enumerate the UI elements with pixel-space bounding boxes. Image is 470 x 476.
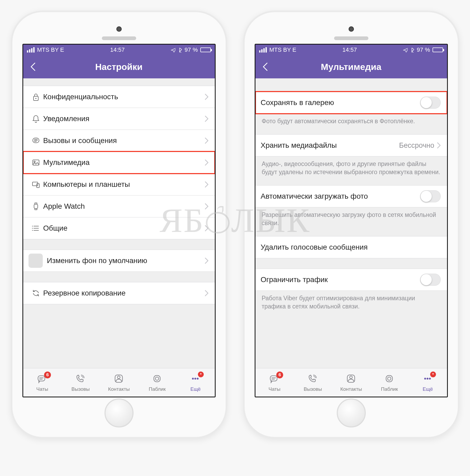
row-privacy[interactable]: Конфиденциальность	[23, 86, 215, 108]
chevron-icon	[205, 116, 208, 122]
note-keep-media: Аудио-, видеосообщения, фото и другие пр…	[255, 156, 447, 177]
back-button[interactable]	[28, 61, 39, 72]
tab-bar: 6 Чаты Вызовы Контакты Паблик	[23, 368, 215, 397]
chats-badge: 6	[276, 372, 283, 378]
tab-bar: 6 Чаты Вызовы Контакты Паблик	[255, 368, 447, 397]
chevron-icon	[205, 225, 208, 231]
chevron-icon	[205, 159, 208, 166]
phone-icon	[76, 373, 85, 385]
tab-more[interactable]: * Ещё	[409, 368, 447, 397]
tab-public[interactable]: Паблик	[138, 368, 176, 397]
row-computers-tablets[interactable]: Компьютеры и планшеты	[23, 173, 215, 196]
back-icon	[30, 62, 37, 72]
chevron-icon	[205, 258, 208, 264]
battery-icon	[200, 47, 211, 52]
chevron-icon	[205, 181, 208, 188]
note-limit-traffic: Работа Viber будет оптимизирована для ми…	[255, 291, 447, 312]
home-button[interactable]	[337, 398, 366, 427]
status-bar: MTS BY E 14:57 97 %	[23, 45, 215, 55]
list-icon	[29, 224, 43, 232]
wallpaper-thumb	[29, 254, 43, 268]
row-apple-watch[interactable]: Apple Watch	[23, 195, 215, 217]
row-auto-download[interactable]: Автоматически загружать фото	[255, 185, 447, 207]
row-delete-voice[interactable]: Удалить голосовые сообщения	[255, 236, 447, 258]
note-auto-download: Разрешить автоматическую загрузку фото в…	[255, 207, 447, 228]
message-icon	[29, 136, 43, 145]
row-multimedia[interactable]: Мультимедиа	[23, 151, 215, 174]
battery-icon	[433, 47, 443, 52]
tab-calls[interactable]: Вызовы	[294, 368, 332, 397]
row-limit-traffic[interactable]: Ограничить трафик	[255, 269, 447, 291]
tab-chats[interactable]: 6 Чаты	[23, 368, 61, 397]
toggle-save-gallery[interactable]	[420, 97, 441, 109]
location-icon	[171, 47, 175, 52]
more-badge: *	[430, 372, 436, 377]
tab-contacts[interactable]: Контакты	[332, 368, 370, 397]
refresh-icon	[29, 289, 43, 297]
clock: 14:57	[343, 46, 357, 53]
location-icon	[403, 47, 408, 52]
note-save-gallery: Фото будут автоматически сохраняться в Ф…	[255, 113, 447, 126]
home-button[interactable]	[105, 398, 134, 427]
clock: 14:57	[110, 46, 125, 53]
row-backup[interactable]: Резервное копирование	[23, 282, 215, 304]
chats-badge: 6	[44, 372, 51, 378]
tab-chats[interactable]: 6 Чаты	[255, 368, 294, 397]
page-title: Настройки	[23, 62, 215, 72]
toggle-limit-traffic[interactable]	[420, 274, 441, 286]
row-change-wallpaper[interactable]: Изменить фон по умолчанию	[23, 250, 215, 272]
lock-icon	[29, 93, 43, 101]
more-icon: *	[191, 373, 200, 385]
toggle-auto-download[interactable]	[420, 190, 441, 202]
more-icon: *	[423, 373, 432, 385]
more-badge: *	[198, 372, 204, 377]
chevron-icon	[205, 203, 208, 210]
signal-icon	[259, 47, 267, 53]
tab-public[interactable]: Паблик	[370, 368, 409, 397]
phone-right: MTS BY E 14:57 97 % Мультимедиа	[243, 11, 459, 439]
tab-contacts[interactable]: Контакты	[100, 368, 138, 397]
row-notifications[interactable]: Уведомления	[23, 108, 215, 130]
chat-icon: 6	[269, 373, 279, 385]
chevron-icon	[205, 137, 208, 144]
status-bar: MTS BY E 14:57 97 %	[255, 45, 447, 55]
row-keep-media[interactable]: Хранить медиафайлы Бессрочно	[255, 134, 447, 156]
battery-pct: 97 %	[417, 46, 430, 53]
screen-multimedia: MTS BY E 14:57 97 % Мультимедиа	[255, 44, 448, 397]
nav-header: Настройки	[23, 55, 215, 78]
page-title: Мультимедиа	[255, 62, 447, 72]
carrier-label: MTS BY E	[37, 46, 64, 53]
contact-icon	[347, 373, 356, 385]
back-icon	[262, 62, 269, 72]
devices-icon	[29, 180, 43, 189]
keep-media-value: Бессрочно	[399, 141, 434, 150]
public-icon	[385, 373, 394, 385]
nav-header: Мультимедиа	[255, 55, 447, 78]
tab-calls[interactable]: Вызовы	[61, 368, 100, 397]
photo-icon	[29, 158, 43, 167]
row-general[interactable]: Общие	[23, 217, 215, 239]
bluetooth-icon	[410, 47, 414, 53]
back-button[interactable]	[260, 61, 271, 72]
battery-pct: 97 %	[184, 46, 198, 53]
bluetooth-icon	[178, 47, 182, 53]
bell-icon	[29, 115, 43, 123]
chevron-icon	[205, 290, 208, 296]
signal-icon	[27, 47, 35, 53]
chevron-icon	[437, 142, 441, 149]
carrier-label: MTS BY E	[269, 46, 296, 53]
row-calls-messages[interactable]: Вызовы и сообщения	[23, 130, 215, 152]
phone-icon	[308, 373, 317, 385]
tab-more[interactable]: * Ещё	[176, 368, 215, 397]
row-save-to-gallery[interactable]: Сохранять в галерею	[255, 92, 447, 114]
chevron-icon	[205, 94, 208, 100]
watch-icon	[29, 202, 43, 211]
chat-icon: 6	[37, 373, 47, 385]
screen-settings: MTS BY E 14:57 97 % Настройки	[22, 44, 216, 397]
public-icon	[153, 373, 162, 385]
phone-left: MTS BY E 14:57 97 % Настройки	[11, 11, 227, 439]
contact-icon	[115, 373, 124, 385]
